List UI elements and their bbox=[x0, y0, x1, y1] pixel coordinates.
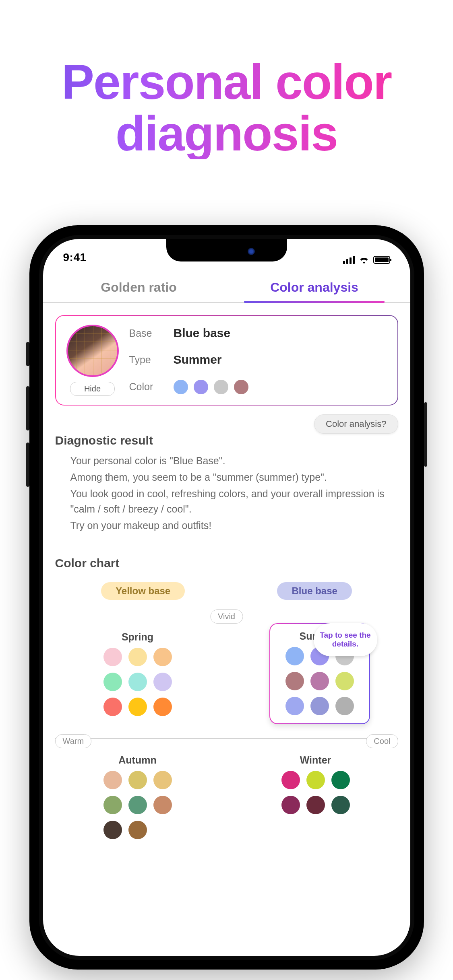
diagnostic-line: Your personal color is "Blue Base". bbox=[70, 453, 398, 469]
user-photo[interactable] bbox=[66, 325, 119, 377]
season-swatch[interactable] bbox=[153, 771, 172, 789]
tab-color-analysis[interactable]: Color analysis bbox=[227, 271, 402, 302]
season-winter[interactable]: Winter bbox=[265, 754, 366, 814]
type-value: Summer bbox=[174, 353, 387, 366]
base-value: Blue base bbox=[174, 326, 387, 340]
season-swatch[interactable] bbox=[281, 796, 300, 814]
diagnostic-body: Your personal color is "Blue Base".Among… bbox=[55, 447, 398, 545]
diagnostic-line: Try on your makeup and outfits! bbox=[70, 518, 398, 533]
season-summer[interactable]: Tap to see the details. Summer bbox=[269, 623, 370, 724]
season-swatch[interactable] bbox=[285, 647, 304, 665]
hide-button[interactable]: Hide bbox=[70, 382, 115, 396]
season-swatch[interactable] bbox=[310, 697, 329, 715]
autumn-label: Autumn bbox=[87, 754, 188, 766]
season-swatch[interactable] bbox=[335, 672, 354, 690]
season-swatch[interactable] bbox=[285, 672, 304, 690]
season-swatch[interactable] bbox=[128, 771, 147, 789]
color-analysis-help-button[interactable]: Color analysis? bbox=[314, 414, 398, 434]
season-spring[interactable]: Spring bbox=[87, 631, 188, 716]
season-swatch[interactable] bbox=[128, 821, 147, 839]
season-swatch[interactable] bbox=[103, 698, 122, 716]
season-swatch[interactable] bbox=[310, 672, 329, 690]
color-swatch bbox=[174, 380, 188, 394]
season-swatch[interactable] bbox=[128, 698, 147, 716]
color-label: Color bbox=[129, 381, 174, 393]
season-swatch[interactable] bbox=[331, 796, 350, 814]
diagnostic-title: Diagnostic result bbox=[55, 434, 398, 447]
season-swatch[interactable] bbox=[153, 673, 172, 691]
color-swatch bbox=[214, 380, 228, 394]
tabs-row: Golden ratio Color analysis bbox=[43, 271, 410, 303]
season-swatch[interactable] bbox=[103, 796, 122, 814]
season-swatch[interactable] bbox=[128, 648, 147, 666]
result-card: Hide Base Blue base Type Summer Color bbox=[55, 315, 398, 406]
tap-tooltip: Tap to see the details. bbox=[314, 623, 377, 656]
season-swatch[interactable] bbox=[331, 771, 350, 789]
base-label: Base bbox=[129, 327, 174, 339]
wifi-icon bbox=[359, 256, 369, 264]
color-swatch bbox=[194, 380, 208, 394]
axis-cool-label: Cool bbox=[366, 734, 398, 748]
season-swatch[interactable] bbox=[285, 697, 304, 715]
season-swatch[interactable] bbox=[153, 648, 172, 666]
color-chart-title: Color chart bbox=[55, 556, 398, 570]
tab-golden-ratio[interactable]: Golden ratio bbox=[51, 271, 227, 302]
color-chart: Yellow base Blue base Vivid Warm Cool Sp… bbox=[55, 582, 398, 832]
season-swatch[interactable] bbox=[153, 796, 172, 814]
diagnostic-line: You look good in cool, refreshing colors… bbox=[70, 486, 398, 517]
season-swatch[interactable] bbox=[103, 648, 122, 666]
diagnostic-line: Among them, you seem to be a "summer (su… bbox=[70, 469, 398, 485]
winter-label: Winter bbox=[265, 754, 366, 766]
season-swatch[interactable] bbox=[281, 771, 300, 789]
axis-vivid-label: Vivid bbox=[210, 609, 243, 624]
season-swatch[interactable] bbox=[128, 796, 147, 814]
season-swatch[interactable] bbox=[306, 796, 325, 814]
season-swatch[interactable] bbox=[128, 673, 147, 691]
season-swatch[interactable] bbox=[335, 697, 354, 715]
season-swatch[interactable] bbox=[153, 698, 172, 716]
spring-label: Spring bbox=[87, 631, 188, 643]
season-swatch[interactable] bbox=[306, 771, 325, 789]
status-time: 9:41 bbox=[63, 251, 87, 264]
type-label: Type bbox=[129, 354, 174, 366]
phone-frame: 9:41 Golden ratio Color analysis Hide bbox=[29, 225, 424, 970]
season-autumn[interactable]: Autumn bbox=[87, 754, 188, 839]
axis-warm-label: Warm bbox=[55, 734, 92, 748]
season-swatch[interactable] bbox=[103, 673, 122, 691]
signal-icon bbox=[343, 256, 355, 264]
marketing-heading: Personal color diagnosis bbox=[0, 56, 453, 159]
color-swatch bbox=[234, 380, 248, 394]
blue-base-pill[interactable]: Blue base bbox=[277, 582, 352, 600]
season-swatch[interactable] bbox=[103, 771, 122, 789]
season-swatch[interactable] bbox=[103, 821, 122, 839]
color-swatch-row bbox=[174, 380, 387, 394]
battery-icon bbox=[373, 256, 390, 264]
yellow-base-pill[interactable]: Yellow base bbox=[101, 582, 185, 600]
